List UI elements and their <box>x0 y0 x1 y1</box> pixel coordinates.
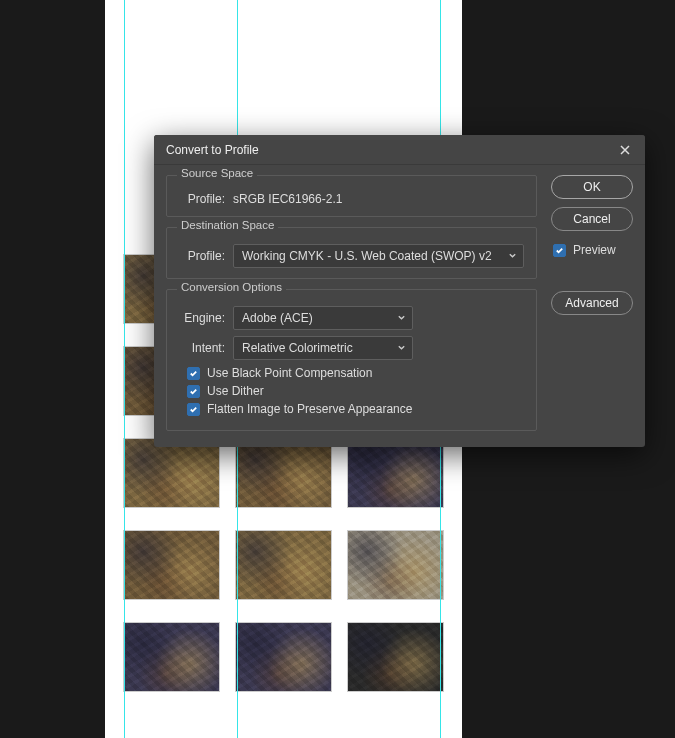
placed-image <box>347 530 444 600</box>
group-legend: Conversion Options <box>177 281 286 293</box>
placed-image <box>235 622 332 692</box>
placed-image <box>347 622 444 692</box>
cancel-button[interactable]: Cancel <box>551 207 633 231</box>
dialog-title: Convert to Profile <box>166 143 615 157</box>
preview-checkbox[interactable] <box>553 244 566 257</box>
convert-to-profile-dialog: Convert to Profile Source Space Profile:… <box>154 135 645 447</box>
intent-label: Intent: <box>179 341 225 355</box>
preview-label: Preview <box>573 243 616 257</box>
flatten-label: Flatten Image to Preserve Appearance <box>207 402 412 416</box>
conversion-options-group: Conversion Options Engine: Adobe (ACE) I… <box>166 289 537 431</box>
placed-image <box>123 622 220 692</box>
select-value: Relative Colorimetric <box>242 341 353 355</box>
chevron-down-icon <box>508 249 517 263</box>
ok-button[interactable]: OK <box>551 175 633 199</box>
close-button[interactable] <box>615 140 635 160</box>
dither-label: Use Dither <box>207 384 264 398</box>
advanced-button[interactable]: Advanced <box>551 291 633 315</box>
engine-label: Engine: <box>179 311 225 325</box>
group-legend: Source Space <box>177 167 257 179</box>
intent-select[interactable]: Relative Colorimetric <box>233 336 413 360</box>
check-icon <box>189 387 198 396</box>
dither-checkbox[interactable] <box>187 385 200 398</box>
source-space-group: Source Space Profile: sRGB IEC61966-2.1 <box>166 175 537 217</box>
chevron-down-icon <box>397 311 406 325</box>
check-icon <box>189 405 198 414</box>
close-icon <box>619 144 631 156</box>
engine-select[interactable]: Adobe (ACE) <box>233 306 413 330</box>
placed-image <box>123 438 220 508</box>
check-icon <box>555 246 564 255</box>
destination-space-group: Destination Space Profile: Working CMYK … <box>166 227 537 279</box>
blackpoint-checkbox[interactable] <box>187 367 200 380</box>
placed-image <box>347 438 444 508</box>
flatten-checkbox[interactable] <box>187 403 200 416</box>
select-value: Working CMYK - U.S. Web Coated (SWOP) v2 <box>242 249 492 263</box>
profile-label: Profile: <box>179 192 225 206</box>
dialog-titlebar: Convert to Profile <box>154 135 645 165</box>
placed-image <box>123 530 220 600</box>
group-legend: Destination Space <box>177 219 278 231</box>
check-icon <box>189 369 198 378</box>
select-value: Adobe (ACE) <box>242 311 313 325</box>
placed-image <box>235 530 332 600</box>
profile-label: Profile: <box>179 249 225 263</box>
guide-vertical <box>124 0 125 738</box>
blackpoint-label: Use Black Point Compensation <box>207 366 372 380</box>
destination-profile-select[interactable]: Working CMYK - U.S. Web Coated (SWOP) v2 <box>233 244 524 268</box>
chevron-down-icon <box>397 341 406 355</box>
source-profile-value: sRGB IEC61966-2.1 <box>233 192 342 206</box>
placed-image <box>235 438 332 508</box>
